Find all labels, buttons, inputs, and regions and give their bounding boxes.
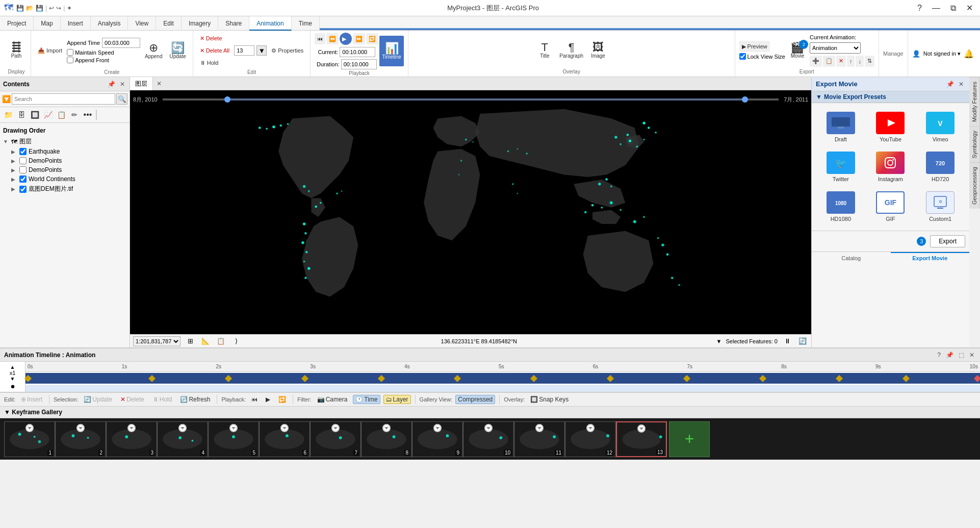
preset-hd1080[interactable]: 1080 HD1080 bbox=[818, 189, 864, 224]
playback-play-tl-button[interactable]: ▶ bbox=[263, 395, 273, 404]
restore-button[interactable]: ⧉ bbox=[947, 3, 959, 13]
layer-dem[interactable]: ▶ 底图DEM图片.tif bbox=[10, 184, 127, 194]
playback-loop-button[interactable]: 🔁 bbox=[366, 33, 378, 44]
preset-vimeo[interactable]: V Vimeo bbox=[917, 109, 963, 145]
refresh-button[interactable]: 🔄 bbox=[797, 336, 808, 347]
timeline-help-button[interactable]: ? bbox=[936, 351, 942, 359]
keyframe-11[interactable] bbox=[902, 375, 910, 382]
lock-view-size-checkbox[interactable]: Lock View Size bbox=[739, 53, 785, 60]
keyframe-4[interactable] bbox=[378, 375, 385, 382]
tab-analysis[interactable]: Analysis bbox=[91, 16, 128, 31]
keyframe-thumb-4[interactable]: 4 bbox=[157, 421, 208, 457]
frame-count-input[interactable] bbox=[234, 45, 254, 56]
add-keyframe-button[interactable]: + bbox=[669, 421, 710, 457]
modify-features-panel-tab[interactable]: Modify Features bbox=[969, 77, 980, 126]
export-movie-tab[interactable]: Export Movie bbox=[891, 252, 970, 263]
close-button[interactable]: ✕ bbox=[963, 3, 976, 13]
keyframe-thumb-10[interactable]: 10 bbox=[463, 421, 514, 457]
playback-prev-button[interactable]: ⏪ bbox=[326, 33, 339, 44]
keyframe-thumb-2[interactable]: 2 bbox=[55, 421, 106, 457]
anim-copy-button[interactable]: 📋 bbox=[823, 56, 835, 67]
keyframe-10[interactable] bbox=[836, 375, 843, 382]
preset-twitter[interactable]: 🐦 Twitter bbox=[818, 149, 864, 185]
tab-map[interactable]: Map bbox=[34, 16, 60, 31]
path-button[interactable]: 🛤 Path bbox=[6, 35, 27, 66]
import-button[interactable]: 📥 Import bbox=[35, 45, 65, 56]
delete-button[interactable]: ✕ Delete bbox=[197, 33, 232, 44]
append-time-input[interactable] bbox=[102, 38, 140, 48]
time-filter-button[interactable]: 🕐 Time bbox=[353, 395, 380, 404]
layer-visibility-checkbox[interactable] bbox=[19, 148, 27, 155]
anim-down-button[interactable]: ↓ bbox=[856, 56, 864, 67]
tab-share[interactable]: Share bbox=[218, 16, 249, 31]
keyframe-thumb-3[interactable]: 3 bbox=[106, 421, 157, 457]
animation-select[interactable]: Animation bbox=[810, 42, 861, 54]
tab-edit[interactable]: Edit bbox=[156, 16, 182, 31]
camera-filter-button[interactable]: 📷 Camera bbox=[315, 395, 350, 404]
timeline-float-button[interactable]: ⬚ bbox=[957, 351, 966, 359]
table-view-button[interactable]: 📋 bbox=[215, 336, 226, 347]
current-time-input[interactable] bbox=[340, 47, 375, 57]
help-button[interactable]: ? bbox=[914, 3, 925, 13]
keyframe-9[interactable] bbox=[759, 375, 766, 382]
map-view[interactable]: 8月, 2010 7月, 2011 bbox=[130, 90, 811, 334]
refresh-timeline-button[interactable]: 🔃 Refresh bbox=[177, 395, 213, 404]
timeline-button[interactable]: 📊 Timeline bbox=[379, 36, 403, 66]
playback-next-button[interactable]: ⏩ bbox=[353, 33, 365, 44]
playback-first-button[interactable]: ⏮ bbox=[315, 33, 325, 44]
layer-visibility-checkbox[interactable] bbox=[19, 175, 27, 183]
preset-youtube[interactable]: YouTube bbox=[868, 109, 914, 145]
preview-button[interactable]: ▶ Preview bbox=[739, 41, 770, 52]
anim-add-button[interactable]: ➕ bbox=[810, 56, 822, 67]
layer-demopoints2[interactable]: ▶ DemoPoints bbox=[10, 165, 127, 174]
keyframe-thumb-6[interactable]: 6 bbox=[259, 421, 310, 457]
tab-animation[interactable]: Animation bbox=[249, 16, 291, 31]
properties-button[interactable]: ⚙ Properties bbox=[269, 45, 306, 56]
notifications-icon[interactable]: 🔔 bbox=[964, 49, 974, 59]
measure-button[interactable]: 📐 bbox=[200, 336, 211, 347]
duration-input[interactable] bbox=[341, 59, 377, 69]
catalog-tab[interactable]: Catalog bbox=[812, 252, 891, 263]
map-timeline-slider[interactable] bbox=[163, 98, 779, 100]
keyframe-thumb-12[interactable]: 12 bbox=[565, 421, 616, 457]
symbology-panel-tab[interactable]: Symbology bbox=[969, 126, 980, 162]
keyframe-8[interactable] bbox=[683, 375, 690, 382]
append-button[interactable]: ⊕ Append bbox=[142, 33, 165, 68]
movie-button[interactable]: 🎬 2 Movie bbox=[787, 35, 808, 66]
append-front-checkbox[interactable]: Append Front bbox=[67, 57, 140, 63]
annotation-button[interactable]: ✏ bbox=[68, 109, 81, 121]
scale-select[interactable]: 1:201,831,787 bbox=[133, 336, 180, 346]
anim-delete-button[interactable]: ✕ bbox=[836, 56, 846, 67]
more-button[interactable]: ••• bbox=[82, 109, 94, 121]
maintain-speed-checkbox[interactable]: Maintain Speed bbox=[67, 49, 140, 56]
record-icon[interactable]: ⏺ bbox=[10, 384, 15, 389]
line-layer-button[interactable]: 📈 bbox=[42, 109, 54, 121]
utility-network-button[interactable]: 🔲 bbox=[29, 109, 41, 121]
layer-world-continents[interactable]: ▶ World Continents bbox=[10, 174, 127, 184]
paragraph-button[interactable]: ¶ Paragraph bbox=[557, 35, 586, 66]
keyframe-1[interactable] bbox=[148, 375, 156, 382]
playback-first-tl-button[interactable]: ⏮ bbox=[249, 395, 260, 404]
preset-hd720[interactable]: 720 HD720 bbox=[917, 149, 963, 185]
map-tab-close[interactable]: ✕ bbox=[155, 80, 163, 88]
delete-timeline-button[interactable]: ✕ Delete bbox=[118, 395, 147, 404]
tab-time[interactable]: Time bbox=[292, 16, 320, 31]
keyframe-thumb-8[interactable]: 8 bbox=[361, 421, 412, 457]
map-tab-layers[interactable]: 图层 bbox=[130, 77, 153, 90]
insert-button[interactable]: ⊕ Insert bbox=[18, 395, 45, 404]
snap-keys-button[interactable]: 🔲 Snap Keys bbox=[528, 395, 571, 404]
layer-visibility-checkbox[interactable] bbox=[19, 186, 27, 193]
timeline-close-button[interactable]: ✕ bbox=[968, 351, 976, 359]
tab-view[interactable]: View bbox=[128, 16, 156, 31]
search-button[interactable]: 🔍 bbox=[116, 93, 127, 105]
delete-all-button[interactable]: ✕ Delete All bbox=[197, 45, 232, 56]
tab-insert[interactable]: Insert bbox=[61, 16, 91, 31]
layer-visibility-checkbox[interactable] bbox=[19, 157, 27, 164]
update-timeline-button[interactable]: 🔄 Update bbox=[81, 395, 115, 404]
timeline-main-track[interactable] bbox=[25, 373, 980, 384]
keyframe-thumb-5[interactable]: 5 bbox=[208, 421, 259, 457]
table-button[interactable]: 📋 bbox=[55, 109, 67, 121]
keyframe-5[interactable] bbox=[454, 375, 461, 382]
search-input[interactable] bbox=[12, 93, 115, 105]
group-layer-button[interactable]: 📁 bbox=[2, 109, 14, 121]
